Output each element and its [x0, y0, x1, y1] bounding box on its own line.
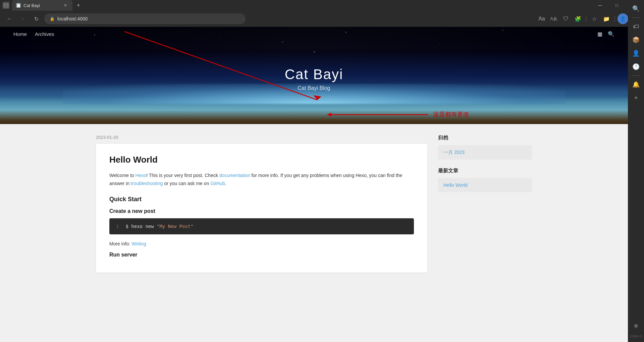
address-bar-input[interactable]: 🔒 localhost:4000 [44, 13, 246, 24]
archives-widget: 归档 一月 2023 [438, 135, 532, 160]
recent-widget-title: 最新文章 [438, 168, 532, 174]
collections-icon[interactable]: 📁 [601, 13, 612, 24]
refresh-button[interactable]: ↻ [31, 13, 42, 24]
tab-favicon: 📄 [16, 3, 21, 8]
history-panel-icon[interactable]: 🕐 [630, 61, 642, 73]
sidebar: 归档 一月 2023 最新文章 Hello World [438, 135, 532, 273]
nav-home-link[interactable]: Home [13, 31, 27, 37]
lock-icon: 🔒 [50, 16, 55, 21]
favorites-icon[interactable]: ☆ [589, 13, 600, 24]
create-post-heading: Create a new post [109, 208, 414, 214]
browser-right-sidebar: 🔍 🏷 📦 👤 🕐 🔔 + ⚙ CSDN © [628, 0, 644, 329]
recent-post-link[interactable]: Hello World [443, 182, 468, 188]
github-link[interactable]: GitHub [210, 181, 225, 186]
collections-panel-icon[interactable]: 📦 [630, 34, 642, 46]
tab-close-button[interactable]: ✕ [62, 2, 68, 8]
tab-title-text: Cat Bayi [23, 3, 60, 8]
notifications-icon[interactable]: 🔔 [630, 78, 642, 91]
search-icon[interactable]: 🔍 [608, 31, 614, 37]
url-text: localhost:4000 [57, 16, 88, 21]
read-aloud-icon[interactable]: Aa [536, 13, 547, 24]
site-subtitle: Cat Bayi Blog [298, 85, 330, 91]
archive-link[interactable]: 一月 2023 [443, 150, 465, 155]
back-button[interactable]: ← [4, 13, 15, 24]
code-content: $ hexo new "My New Post" [125, 224, 193, 229]
post-card: Hello World Welcome to Hexo! This is you… [96, 144, 427, 273]
profile-panel-icon[interactable]: 👤 [630, 47, 642, 59]
forward-button[interactable]: → [17, 13, 28, 24]
hexo-link[interactable]: Hexo [136, 173, 147, 178]
favorites-panel-icon[interactable]: 🏷 [630, 20, 642, 33]
documentation-link[interactable]: documentation [219, 173, 250, 178]
more-info-text: More info: Writing [109, 241, 414, 246]
post-intro: Welcome to Hexo! This is your very first… [109, 172, 414, 188]
maximize-button[interactable]: □ [609, 0, 625, 11]
rss-icon[interactable]: ▦ [597, 31, 602, 37]
site-nav: Home Archives ▦ 🔍 [0, 27, 628, 41]
post-title: Hello World [109, 155, 414, 165]
archive-item[interactable]: 一月 2023 [438, 145, 532, 160]
add-panel-icon[interactable]: + [630, 92, 642, 104]
window-icon [3, 2, 9, 9]
run-server-heading: Run server [109, 252, 414, 258]
minimize-button[interactable]: — [592, 0, 608, 11]
translate-icon[interactable]: Aあ [548, 13, 559, 24]
troubleshooting-link[interactable]: troubleshooting [131, 181, 163, 186]
site-title: Cat Bayi [285, 66, 343, 82]
nav-archives-link[interactable]: Archives [35, 31, 54, 37]
browser-tab[interactable]: 📄 Cat Bayi ✕ [12, 0, 72, 11]
archives-widget-title: 归档 [438, 135, 532, 141]
recent-post-item[interactable]: Hello World [438, 178, 532, 192]
settings-panel-icon[interactable]: ⚙ [630, 320, 642, 329]
post-date: 2023-01-20 [96, 135, 427, 140]
browser-guard-icon[interactable]: 🛡 [560, 13, 571, 24]
writing-link[interactable]: Writing [131, 241, 146, 246]
new-tab-button[interactable]: + [74, 1, 83, 10]
search-panel-icon[interactable]: 🔍 [630, 3, 642, 15]
svg-rect-0 [4, 4, 8, 7]
extensions-icon[interactable]: 🧩 [573, 13, 583, 24]
recent-posts-widget: 最新文章 Hello World [438, 168, 532, 192]
main-content: 2023-01-20 Hello World Welcome to Hexo! … [96, 135, 427, 273]
line-number: 1 [116, 224, 119, 229]
profile-icon[interactable]: 👤 [618, 13, 628, 24]
hero-banner: Cat Bayi Cat Bayi Blog [0, 27, 628, 124]
code-block: 1 $ hexo new "My New Post" [109, 218, 414, 234]
quick-start-heading: Quick Start [109, 196, 414, 203]
